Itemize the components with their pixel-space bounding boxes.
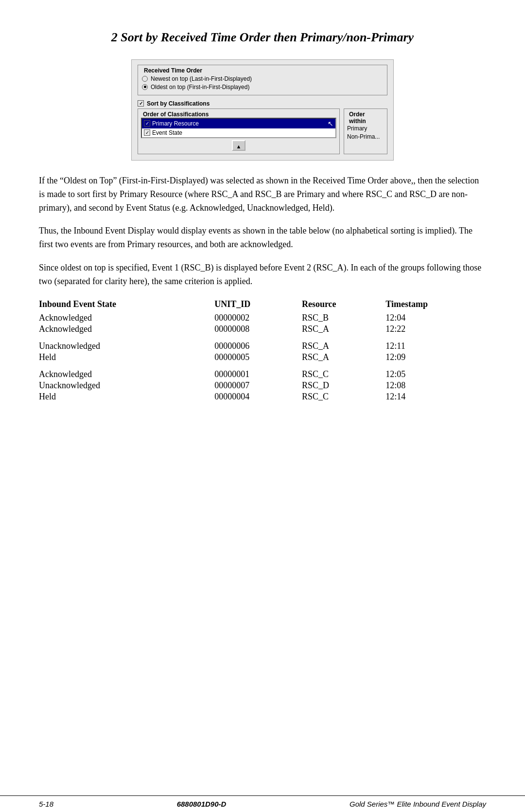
radio-newest[interactable]: Newest on top (Last-in-First-Displayed) [142,75,383,82]
cell-unit-id: 00000002 [214,312,302,324]
list-checkbox-event-state[interactable]: ✓ [144,129,150,136]
row-spacer [39,335,486,341]
cell-resource: RSC_D [302,380,385,391]
radio-oldest-label: Oldest on top (First-in-First-Displayed) [151,84,249,90]
footer-product-name: Gold Series™ Elite Inbound Event Display [350,800,486,808]
paragraph2: Thus, the Inbound Event Display would di… [39,224,486,252]
list-item-primary-resource[interactable]: ✓ Primary Resource ↖ [142,119,335,128]
list-checkbox-primary[interactable]: ✓ [144,120,150,126]
cell-unit-id: 00000008 [214,324,302,335]
table-header-row: Inbound Event State UNIT_ID Resource Tim… [39,298,486,312]
arrow-up-button[interactable]: ▲ [232,140,245,151]
cell-timestamp: 12:08 [385,380,486,391]
footer: 5-18 6880801D90-D Gold Series™ Elite Inb… [0,795,525,812]
list-item-event-state[interactable]: ✓ Event State [142,128,335,137]
cell-state: Held [39,352,214,363]
classifications-list[interactable]: ✓ Primary Resource ↖ ✓ Event State [141,118,336,138]
cell-state: Unacknowledged [39,341,214,352]
cell-resource: RSC_A [302,341,385,352]
list-label-primary: Primary Resource [152,120,199,127]
col-header-unit-id: UNIT_ID [214,298,302,312]
order-within-line1: Primary [347,125,384,133]
received-time-order-legend: Received Time Order [142,67,383,74]
cell-timestamp: 12:09 [385,352,486,363]
cell-timestamp: 12:22 [385,324,486,335]
order-within-legend: Order within [347,111,384,125]
order-of-classifications-legend: Order of Classifications [141,111,336,118]
screenshot-box: Received Time Order Newest on top (Last-… [131,59,394,161]
radio-newest-label: Newest on top (Last-in-First-Displayed) [151,75,252,82]
event-table: Inbound Event State UNIT_ID Resource Tim… [39,298,486,402]
cell-resource: RSC_B [302,312,385,324]
classifications-section: ✓ Sort by Classifications Order of Class… [138,100,387,154]
table-row: Acknowledged 00000008 RSC_A 12:22 [39,324,486,335]
table-row: Unacknowledged 00000006 RSC_A 12:11 [39,341,486,352]
page-title: 2 Sort by Received Time Order then Prima… [39,29,486,46]
col-header-resource: Resource [302,298,385,312]
received-time-order-fieldset: Received Time Order Newest on top (Last-… [138,65,387,95]
cell-unit-id: 00000001 [214,369,302,380]
list-label-event-state: Event State [152,129,182,136]
table-row: Unacknowledged 00000007 RSC_D 12:08 [39,380,486,391]
radio-oldest[interactable]: Oldest on top (First-in-First-Displayed) [142,84,383,90]
order-within-fieldset: Order within Primary Non-Prima... [344,108,387,154]
cell-unit-id: 00000006 [214,341,302,352]
arrow-up-btn-container: ▲ [141,140,336,151]
sort-classifications-row[interactable]: ✓ Sort by Classifications [138,100,387,107]
cursor-icon: ↖ [328,120,333,127]
cell-unit-id: 00000005 [214,352,302,363]
cell-timestamp: 12:11 [385,341,486,352]
col-header-timestamp: Timestamp [385,298,486,312]
order-of-classifications-fieldset: Order of Classifications ✓ Primary Resou… [138,108,340,154]
classifications-inner: Order of Classifications ✓ Primary Resou… [138,108,387,154]
cell-state: Acknowledged [39,324,214,335]
sort-classifications-label: Sort by Classifications [147,100,210,107]
footer-page-number: 5-18 [39,800,53,808]
table-row: Held 00000005 RSC_A 12:09 [39,352,486,363]
paragraph1: If the “Oldest on Top” (First-in-First-D… [39,174,486,215]
cell-resource: RSC_A [302,352,385,363]
cell-state: Held [39,391,214,402]
sort-classifications-checkbox[interactable]: ✓ [138,100,144,107]
cell-unit-id: 00000007 [214,380,302,391]
table-row: Acknowledged 00000001 RSC_C 12:05 [39,369,486,380]
cell-timestamp: 12:04 [385,312,486,324]
cell-unit-id: 00000004 [214,391,302,402]
col-header-state: Inbound Event State [39,298,214,312]
order-within-text: Primary Non-Prima... [347,125,384,141]
cell-state: Acknowledged [39,369,214,380]
radio-newest-icon[interactable] [142,76,148,82]
footer-doc-id: 6880801D90-D [177,800,227,808]
table-row: Acknowledged 00000002 RSC_B 12:04 [39,312,486,324]
cell-timestamp: 12:05 [385,369,486,380]
radio-oldest-icon[interactable] [142,84,148,90]
cell-resource: RSC_A [302,324,385,335]
row-spacer [39,363,486,369]
order-within-line2: Non-Prima... [347,133,384,141]
cell-state: Unacknowledged [39,380,214,391]
table-row: Held 00000004 RSC_C 12:14 [39,391,486,402]
cell-state: Acknowledged [39,312,214,324]
cell-resource: RSC_C [302,391,385,402]
paragraph3: Since oldest on top is specified, Event … [39,261,486,289]
cell-timestamp: 12:14 [385,391,486,402]
cell-resource: RSC_C [302,369,385,380]
